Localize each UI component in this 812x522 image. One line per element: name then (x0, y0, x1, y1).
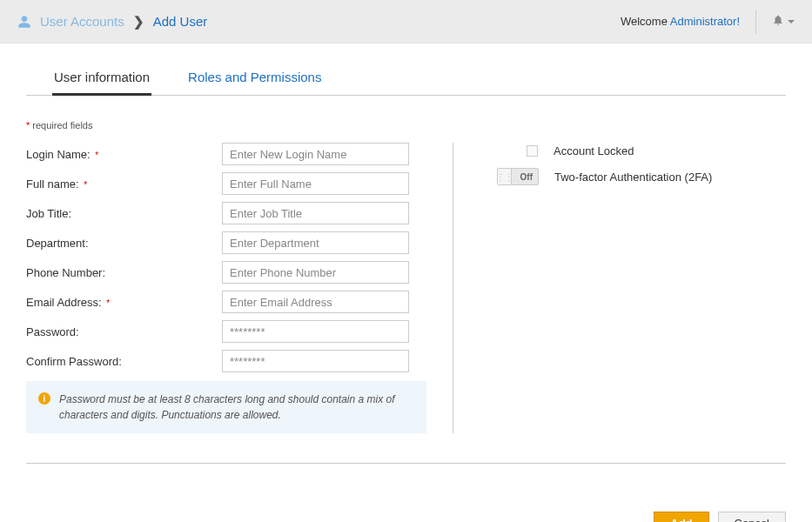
breadcrumb-parent-link[interactable]: User Accounts (40, 14, 124, 29)
toggle-off-text: Off (520, 172, 538, 182)
caret-down-icon (788, 20, 795, 23)
info-icon: i (38, 392, 50, 405)
password-row: Password: (26, 320, 426, 343)
vertical-divider (755, 10, 756, 34)
left-column: Login Name: * Full name: * Job Title: De… (26, 143, 453, 433)
tabs: User information Roles and Permissions (26, 61, 786, 96)
add-button[interactable]: Add (654, 512, 708, 522)
top-right: Welcome Administrator! (621, 10, 795, 34)
required-fields-text: required fields (32, 120, 92, 130)
password-label: Password: (26, 325, 222, 338)
email-row: Email Address: * (26, 291, 426, 313)
email-label: Email Address: * (26, 296, 222, 309)
job-title-input[interactable] (222, 202, 409, 224)
account-locked-label: Account Locked (554, 144, 634, 157)
content-area: User information Roles and Permissions *… (0, 44, 812, 522)
phone-row: Phone Number: (26, 261, 426, 284)
login-name-label: Login Name: * (26, 148, 222, 161)
bell-icon (772, 14, 784, 29)
full-name-row: Full name: * (26, 172, 426, 195)
password-info-box: i Password must be at least 8 characters… (26, 381, 426, 433)
confirm-password-input[interactable] (222, 350, 409, 372)
full-name-label: Full name: * (26, 177, 222, 191)
phone-label: Phone Number: (26, 266, 222, 279)
top-bar: User Accounts ❯ Add User Welcome Adminis… (0, 0, 812, 44)
email-input[interactable] (222, 291, 409, 313)
login-name-row: Login Name: * (26, 143, 426, 165)
confirm-password-row: Confirm Password: (26, 350, 426, 372)
department-input[interactable] (222, 231, 409, 254)
two-factor-row: ⋮⋮ Off Two-factor Authentication (2FA) (497, 168, 786, 185)
full-name-input[interactable] (222, 172, 409, 195)
chevron-right-icon: ❯ (133, 14, 144, 30)
breadcrumb-current: Add User (153, 14, 208, 29)
required-fields-note: * required fields (26, 120, 786, 130)
login-name-input[interactable] (222, 143, 409, 165)
toggle-handle-icon: ⋮⋮ (498, 169, 512, 184)
form-area: Login Name: * Full name: * Job Title: De… (26, 143, 786, 433)
phone-input[interactable] (222, 261, 409, 284)
password-input[interactable] (222, 320, 409, 343)
button-row: Add Cancel (26, 512, 786, 522)
tab-roles-permissions[interactable]: Roles and Permissions (186, 61, 323, 96)
cancel-button[interactable]: Cancel (718, 512, 786, 522)
welcome-text: Welcome Administrator! (621, 15, 740, 28)
user-icon (17, 15, 31, 29)
welcome-user-link[interactable]: Administrator! (670, 15, 740, 28)
department-row: Department: (26, 231, 426, 254)
divider (26, 463, 786, 464)
department-label: Department: (26, 237, 222, 250)
password-info-text: Password must be at least 8 characters l… (59, 392, 414, 423)
confirm-password-label: Confirm Password: (26, 355, 222, 368)
job-title-row: Job Title: (26, 202, 426, 224)
welcome-prefix: Welcome (621, 15, 670, 28)
right-column: Account Locked ⋮⋮ Off Two-factor Authent… (453, 143, 786, 433)
breadcrumb: User Accounts ❯ Add User (17, 14, 207, 30)
notifications-button[interactable] (772, 14, 795, 29)
job-title-label: Job Title: (26, 207, 222, 220)
tab-user-information[interactable]: User information (52, 61, 151, 96)
two-factor-toggle[interactable]: ⋮⋮ Off (497, 168, 539, 185)
account-locked-checkbox[interactable] (527, 145, 538, 157)
two-factor-label: Two-factor Authentication (2FA) (554, 171, 712, 184)
account-locked-row: Account Locked (497, 144, 786, 157)
